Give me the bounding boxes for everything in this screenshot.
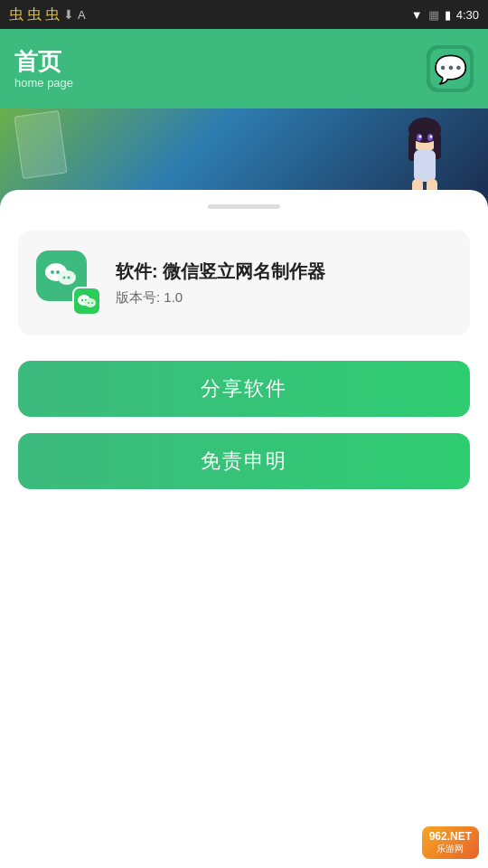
banner-poster bbox=[14, 110, 67, 179]
bottom-sheet: 软件: 微信竖立网名制作器 版本号: 1.0 分享软件 免责申明 bbox=[0, 190, 488, 868]
wechat-small-icon bbox=[77, 291, 97, 311]
sheet-handle bbox=[208, 204, 280, 209]
font-icon: A bbox=[78, 8, 86, 22]
status-bar-left: 虫 虫 虫 ⬇ A bbox=[9, 5, 86, 24]
watermark: 962.NET 乐游网 bbox=[422, 826, 479, 859]
app-icon-wrapper bbox=[36, 250, 101, 316]
svg-point-7 bbox=[430, 136, 433, 138]
svg-point-12 bbox=[51, 270, 54, 274]
watermark-top-text: 962.NET bbox=[429, 830, 472, 843]
toolbar-wechat-btn[interactable]: 💬 bbox=[427, 45, 474, 92]
watermark-bottom-text: 乐游网 bbox=[436, 843, 464, 855]
bug-icon-3: 虫 bbox=[45, 5, 60, 24]
bug-icon-2: 虫 bbox=[27, 5, 42, 24]
app-name-label: 软件: 微信竖立网名制作器 bbox=[116, 259, 325, 284]
svg-point-21 bbox=[88, 302, 89, 304]
svg-point-18 bbox=[81, 299, 83, 301]
svg-rect-8 bbox=[414, 150, 436, 182]
info-text-group: 软件: 微信竖立网名制作器 版本号: 1.0 bbox=[116, 259, 325, 307]
time-display: 4:30 bbox=[456, 8, 479, 22]
status-bar-right: ▼ ▦ ▮ 4:30 bbox=[411, 8, 479, 22]
svg-point-22 bbox=[91, 302, 93, 304]
svg-point-15 bbox=[63, 277, 66, 279]
toolbar-title-en: home page bbox=[14, 76, 73, 90]
disclaimer-button[interactable]: 免责申明 bbox=[18, 433, 470, 489]
svg-point-16 bbox=[68, 277, 70, 279]
toolbar-title-cn: 首页 bbox=[14, 48, 73, 76]
app-icon-small bbox=[72, 287, 101, 316]
download-icon: ⬇ bbox=[63, 7, 74, 22]
svg-point-14 bbox=[58, 270, 76, 285]
svg-point-6 bbox=[419, 136, 422, 138]
toolbar: 首页 home page 💬 bbox=[0, 29, 488, 108]
status-bar: 虫 虫 虫 ⬇ A ▼ ▦ ▮ 4:30 bbox=[0, 0, 488, 29]
wechat-emoji: 💬 bbox=[434, 53, 467, 85]
svg-point-13 bbox=[56, 270, 60, 274]
signal-icon: ▦ bbox=[428, 8, 439, 22]
share-button[interactable]: 分享软件 bbox=[18, 361, 470, 417]
battery-icon: ▮ bbox=[445, 8, 451, 22]
bug-icon-1: 虫 bbox=[9, 5, 23, 24]
app-version-label: 版本号: 1.0 bbox=[116, 289, 325, 307]
info-card: 软件: 微信竖立网名制作器 版本号: 1.0 bbox=[18, 231, 470, 335]
svg-point-20 bbox=[85, 298, 96, 307]
wifi-icon: ▼ bbox=[411, 8, 423, 22]
toolbar-title-group: 首页 home page bbox=[14, 48, 73, 90]
wechat-logo: 💬 bbox=[430, 49, 470, 89]
